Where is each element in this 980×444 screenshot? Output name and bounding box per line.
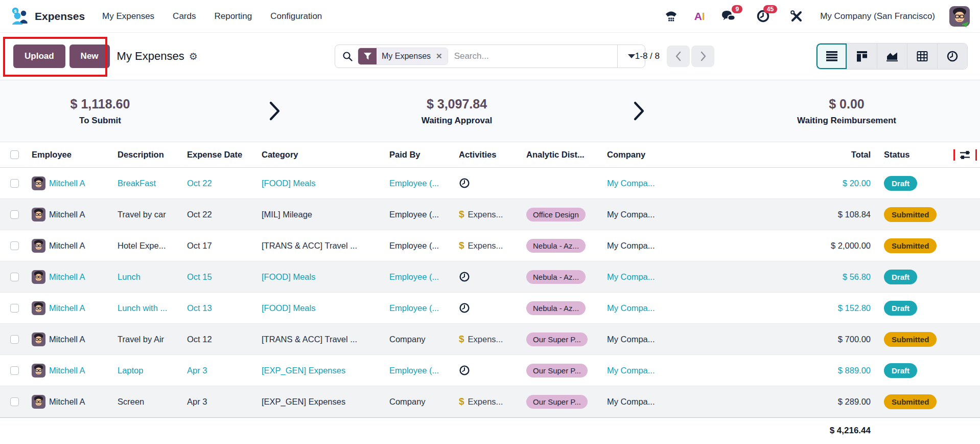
- expense-description[interactable]: Screen: [118, 397, 144, 407]
- gear-icon[interactable]: ⚙: [189, 51, 198, 62]
- activity-clock-icon[interactable]: [459, 302, 470, 314]
- activity-view-button[interactable]: [937, 43, 967, 69]
- column-paid-by[interactable]: Paid By: [389, 150, 421, 160]
- expense-description[interactable]: BreakFast: [118, 179, 156, 188]
- activity-cell[interactable]: $Expens...: [456, 396, 523, 407]
- activity-cell[interactable]: $Expens...: [456, 240, 523, 251]
- menu-cards[interactable]: Cards: [173, 11, 196, 21]
- table-row[interactable]: Mitchell A Travel by car Oct 22 [MIL] Mi…: [0, 199, 980, 230]
- employee-name[interactable]: Mitchell A: [49, 335, 85, 344]
- activity-cell[interactable]: [456, 271, 523, 282]
- view-switcher: [816, 43, 968, 70]
- softphone-icon[interactable]: [664, 9, 678, 24]
- row-checkbox[interactable]: [10, 335, 19, 344]
- expenses-app-icon[interactable]: $: [10, 7, 30, 26]
- activities-clock-icon[interactable]: 45: [756, 9, 770, 24]
- activity-clock-icon[interactable]: [459, 365, 470, 376]
- new-button[interactable]: New: [69, 45, 110, 68]
- summary-to-submit[interactable]: $ 1,118.60 To Submit: [24, 97, 177, 126]
- ai-icon[interactable]: AI: [692, 9, 707, 24]
- employee-name[interactable]: Mitchell A: [49, 241, 85, 251]
- table-row[interactable]: Mitchell A Laptop Apr 3 [EXP_GEN] Expens…: [0, 355, 980, 386]
- expense-description[interactable]: Lunch with ...: [118, 303, 167, 313]
- analytic-tag[interactable]: Nebula - Az...: [526, 239, 586, 253]
- activity-clock-icon[interactable]: [459, 177, 470, 189]
- column-status[interactable]: Status: [884, 150, 909, 160]
- expense-category: [FOOD] Meals: [262, 272, 315, 282]
- employee-name[interactable]: Mitchell A: [49, 210, 85, 219]
- row-checkbox[interactable]: [10, 241, 19, 250]
- summary-amount: $ 0.00: [737, 97, 956, 112]
- column-employee[interactable]: Employee: [32, 150, 72, 160]
- column-activities[interactable]: Activities: [459, 150, 496, 160]
- kanban-view-button[interactable]: [847, 43, 877, 69]
- pager-previous-button[interactable]: [667, 46, 690, 67]
- table-row[interactable]: Mitchell A Lunch Oct 15 [FOOD] Meals Emp…: [0, 261, 980, 293]
- column-company[interactable]: Company: [607, 150, 645, 160]
- table-row[interactable]: Mitchell A Screen Apr 3 [EXP_GEN] Expens…: [0, 386, 980, 417]
- activity-clock-icon[interactable]: [459, 271, 470, 282]
- expense-description[interactable]: Travel by car: [118, 210, 166, 219]
- expense-description[interactable]: Lunch: [118, 272, 141, 282]
- menu-reporting[interactable]: Reporting: [214, 11, 252, 21]
- breadcrumb[interactable]: My Expenses: [117, 50, 184, 63]
- analytic-tag[interactable]: Nebula - Az...: [526, 270, 586, 284]
- select-all-checkbox[interactable]: [10, 150, 19, 159]
- search-icon: [342, 51, 353, 61]
- search-input[interactable]: [448, 51, 617, 61]
- optional-columns-icon[interactable]: [959, 149, 971, 161]
- employee-name[interactable]: Mitchell A: [49, 397, 85, 407]
- table-row[interactable]: Mitchell A Hotel Expe... Oct 17 [TRANS &…: [0, 230, 980, 261]
- activity-label[interactable]: Expens...: [468, 210, 503, 219]
- expense-description[interactable]: Laptop: [118, 366, 143, 375]
- summary-waiting-reimbursement[interactable]: $ 0.00 Waiting Reimbursement: [737, 97, 956, 126]
- graph-view-button[interactable]: [877, 43, 907, 69]
- row-checkbox[interactable]: [10, 366, 19, 375]
- analytic-tag[interactable]: Our Super P...: [526, 395, 588, 409]
- employee-name[interactable]: Mitchell A: [49, 179, 85, 188]
- row-checkbox[interactable]: [10, 179, 19, 188]
- expense-description[interactable]: Travel by Air: [118, 335, 164, 344]
- column-description[interactable]: Description: [118, 150, 164, 160]
- column-total[interactable]: Total: [851, 150, 871, 160]
- menu-configuration[interactable]: Configuration: [270, 11, 322, 21]
- table-row[interactable]: Mitchell A BreakFast Oct 22 [FOOD] Meals…: [0, 168, 980, 199]
- remove-facet-icon[interactable]: ✕: [436, 52, 442, 61]
- discuss-icon[interactable]: 9: [721, 9, 735, 24]
- employee-name[interactable]: Mitchell A: [49, 303, 85, 313]
- table-row[interactable]: Mitchell A Travel by Air Oct 12 [TRANS &…: [0, 324, 980, 355]
- row-checkbox[interactable]: [10, 273, 19, 281]
- row-checkbox[interactable]: [10, 397, 19, 406]
- summary-waiting-approval[interactable]: $ 3,097.84 Waiting Approval: [372, 97, 541, 126]
- analytic-tag[interactable]: Office Design: [526, 208, 586, 221]
- expense-description[interactable]: Hotel Expe...: [118, 241, 166, 251]
- activity-cell[interactable]: [456, 177, 523, 189]
- user-avatar[interactable]: [949, 6, 970, 27]
- upload-button[interactable]: Upload: [13, 45, 65, 68]
- row-checkbox[interactable]: [10, 210, 19, 219]
- employee-name[interactable]: Mitchell A: [49, 272, 85, 282]
- tools-icon[interactable]: [789, 9, 804, 24]
- pager-next-button[interactable]: [691, 46, 714, 67]
- activity-cell[interactable]: [456, 365, 523, 376]
- employee-name[interactable]: Mitchell A: [49, 366, 85, 375]
- status-badge: Draft: [884, 270, 917, 284]
- activity-cell[interactable]: $Expens...: [456, 334, 523, 345]
- analytic-tag[interactable]: Nebula - Az...: [526, 301, 586, 315]
- column-analytic-distribution[interactable]: Analytic Dist...: [526, 150, 585, 160]
- column-category[interactable]: Category: [262, 150, 298, 160]
- activity-cell[interactable]: [456, 302, 523, 314]
- activity-label[interactable]: Expens...: [468, 397, 503, 407]
- analytic-tag[interactable]: Our Super P...: [526, 332, 588, 346]
- column-expense-date[interactable]: Expense Date: [187, 150, 242, 160]
- activity-label[interactable]: Expens...: [468, 241, 503, 251]
- activity-label[interactable]: Expens...: [468, 335, 503, 344]
- activity-cell[interactable]: $Expens...: [456, 209, 523, 220]
- menu-my-expenses[interactable]: My Expenses: [102, 11, 154, 21]
- analytic-tag[interactable]: Our Super P...: [526, 364, 588, 378]
- company-switcher[interactable]: My Company (San Francisco): [820, 11, 935, 21]
- table-row[interactable]: Mitchell A Lunch with ... Oct 13 [FOOD] …: [0, 293, 980, 324]
- row-checkbox[interactable]: [10, 304, 19, 313]
- list-view-button[interactable]: [816, 43, 847, 69]
- pivot-view-button[interactable]: [907, 43, 937, 69]
